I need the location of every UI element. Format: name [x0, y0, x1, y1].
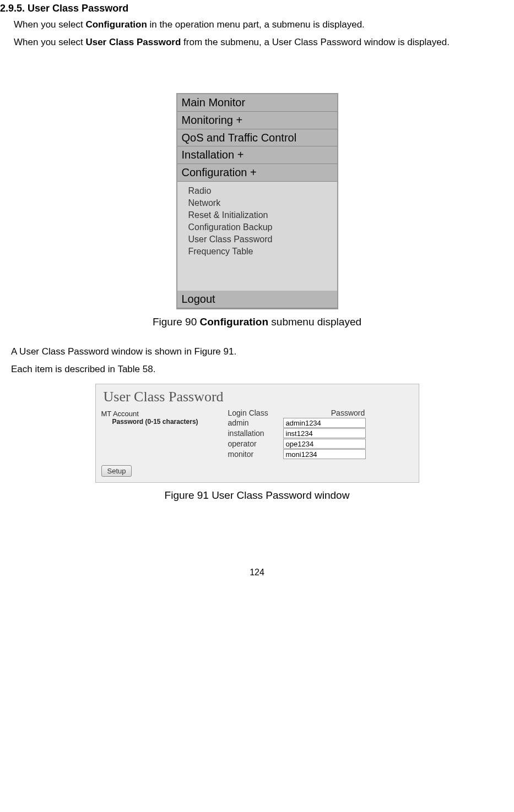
- paragraph-text: When you select: [14, 19, 85, 30]
- page-number: 124: [0, 568, 514, 577]
- section-title-text: User Class Password: [28, 3, 128, 14]
- ucp-row-monitor: monitor: [228, 449, 413, 459]
- figure-caption-text: submenu displayed: [268, 316, 361, 328]
- ucp-header-row: Login Class Password: [228, 408, 413, 417]
- ucp-row-operator: operator: [228, 439, 413, 449]
- ucp-input-monitor[interactable]: [283, 449, 366, 459]
- ucp-header-password: Password: [283, 408, 413, 417]
- menu-item-logout[interactable]: Logout: [177, 291, 337, 308]
- ucp-label-installation: installation: [228, 429, 283, 438]
- figure-caption-text: Figure 90: [153, 316, 200, 328]
- paragraph-bold: Configuration: [85, 19, 147, 30]
- ucp-password-hint: Password (0-15 characters): [112, 418, 228, 426]
- ucp-row-installation: installation: [228, 428, 413, 438]
- ucp-label-admin: admin: [228, 418, 283, 427]
- paragraph-text: in the operation menu part, a submenu is…: [147, 19, 365, 30]
- figure-90-menu: Main Monitor Monitoring + QoS and Traffi…: [176, 93, 338, 309]
- ucp-header-loginclass: Login Class: [228, 408, 283, 417]
- submenu-item-frequency-table[interactable]: Frequency Table: [188, 246, 337, 258]
- paragraph-text: from the submenu, a User Class Password …: [181, 37, 450, 47]
- submenu-item-config-backup[interactable]: Configuration Backup: [188, 221, 337, 233]
- ucp-window-title: User Class Password: [104, 389, 413, 405]
- paragraph-bold: User Class Password: [85, 37, 181, 47]
- paragraph-2: When you select User Class Password from…: [14, 35, 514, 50]
- paragraph-3: A User Class Password window is shown in…: [11, 345, 514, 359]
- section-number: 2.9.5.: [0, 3, 25, 14]
- paragraph-4: Each item is described in Table 58.: [11, 362, 514, 377]
- paragraph-text: When you select: [14, 37, 85, 47]
- figure-90-caption: Figure 90 Configuration submenu displaye…: [0, 316, 514, 328]
- ucp-table: Login Class Password admin installation …: [228, 408, 413, 460]
- section-heading: 2.9.5. User Class Password: [0, 3, 514, 14]
- submenu: Radio Network Reset & Initialization Con…: [177, 182, 337, 291]
- ucp-label-operator: operator: [228, 439, 283, 448]
- submenu-item-radio[interactable]: Radio: [188, 185, 337, 197]
- menu-item-monitoring[interactable]: Monitoring +: [177, 112, 337, 129]
- menu-item-installation[interactable]: Installation +: [177, 146, 337, 164]
- ucp-row-admin: admin: [228, 418, 413, 428]
- ucp-input-admin[interactable]: [283, 418, 366, 428]
- ucp-mt-account-label: MT Account: [101, 410, 228, 418]
- paragraph-1: When you select Configuration in the ope…: [14, 18, 514, 32]
- setup-button[interactable]: Setup: [101, 465, 132, 477]
- figure-91-window: User Class Password MT Account Password …: [95, 384, 419, 483]
- submenu-item-network[interactable]: Network: [188, 197, 337, 209]
- menu-item-main-monitor[interactable]: Main Monitor: [177, 94, 337, 112]
- ucp-left-panel: MT Account Password (0-15 characters): [101, 408, 228, 426]
- submenu-item-user-class-password[interactable]: User Class Password: [188, 233, 337, 246]
- ucp-input-installation[interactable]: [283, 428, 366, 438]
- ucp-label-monitor: monitor: [228, 450, 283, 459]
- menu-item-qos[interactable]: QoS and Traffic Control: [177, 129, 337, 146]
- menu-item-configuration[interactable]: Configuration +: [177, 164, 337, 182]
- ucp-input-operator[interactable]: [283, 439, 366, 449]
- figure-91-caption: Figure 91 User Class Password window: [0, 489, 514, 502]
- submenu-item-reset[interactable]: Reset & Initialization: [188, 209, 337, 221]
- figure-caption-bold: Configuration: [200, 316, 269, 328]
